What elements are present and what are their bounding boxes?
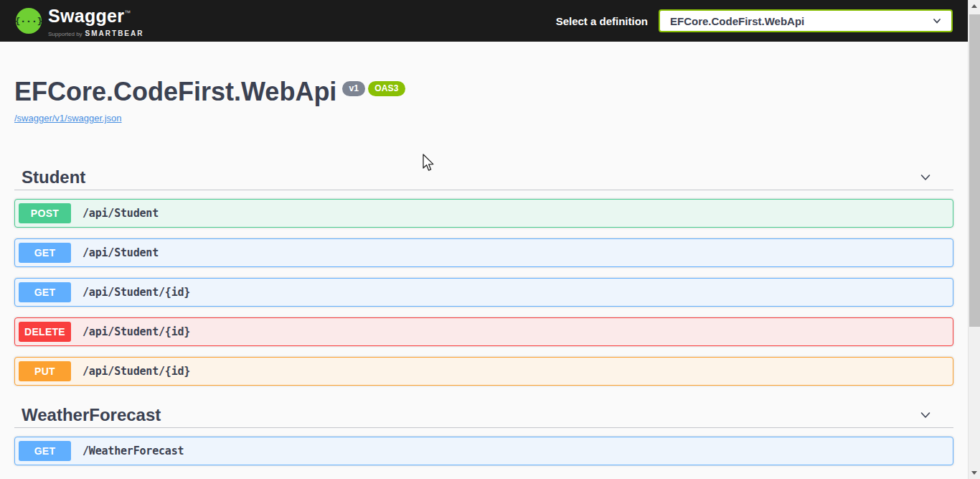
operation-row[interactable]: POST /api/Student	[14, 199, 953, 228]
scroll-down-button[interactable]	[969, 467, 980, 479]
swagger-wordmark: Swagger™	[48, 4, 143, 25]
operation-row[interactable]: GET /api/Student/{id}	[14, 278, 953, 307]
section-header-student[interactable]: Student	[14, 167, 953, 190]
operation-path: /api/Student/{id}	[83, 325, 190, 338]
scrollbar-thumb[interactable]	[969, 14, 980, 327]
method-badge: POST	[19, 203, 71, 223]
method-badge: DELETE	[19, 322, 71, 342]
api-info: EFCore.CodeFirst.WebApiv1OAS3 /swagger/v…	[14, 78, 953, 124]
selected-definition-value: EFCore.CodeFirst.WebApi	[670, 15, 804, 27]
vertical-scrollbar[interactable]	[968, 0, 980, 479]
section-header-weatherforecast[interactable]: WeatherForecast	[14, 405, 953, 428]
oas3-badge: OAS3	[368, 81, 405, 96]
definition-select[interactable]: EFCore.CodeFirst.WebApi	[659, 9, 953, 32]
definition-select-label: Select a definition	[556, 15, 648, 27]
triangle-down-icon	[971, 471, 977, 475]
operation-path: /api/Student	[83, 207, 159, 220]
page-title: EFCore.CodeFirst.WebApiv1OAS3	[14, 78, 953, 106]
method-badge: PUT	[19, 361, 71, 381]
topbar: {···} Swagger™ Supported bySMARTBEAR Sel…	[0, 0, 968, 42]
chevron-down-icon[interactable]	[918, 169, 933, 185]
scroll-up-button[interactable]	[969, 0, 980, 12]
method-badge: GET	[19, 441, 71, 461]
operation-path: /api/Student/{id}	[83, 286, 190, 299]
operation-row[interactable]: GET /api/Student	[14, 238, 953, 267]
method-badge: GET	[19, 282, 71, 302]
chevron-down-icon	[931, 15, 943, 27]
triangle-up-icon	[971, 4, 977, 8]
operation-row[interactable]: DELETE /api/Student/{id}	[14, 317, 953, 346]
operation-row[interactable]: PUT /api/Student/{id}	[14, 357, 953, 386]
svg-text:{···}: {···}	[16, 16, 42, 27]
version-badge: v1	[342, 81, 365, 96]
swagger-logo: {···} Swagger™ Supported bySMARTBEAR	[16, 4, 143, 39]
trademark-symbol: ™	[124, 9, 131, 17]
operation-path: /api/Student/{id}	[83, 365, 190, 378]
main-content: EFCore.CodeFirst.WebApiv1OAS3 /swagger/v…	[0, 42, 968, 476]
chevron-down-icon[interactable]	[918, 407, 933, 423]
method-badge: GET	[19, 243, 71, 263]
swagger-logo-icon: {···}	[16, 8, 42, 34]
smartbear-tagline: Supported bySMARTBEAR	[48, 26, 143, 39]
spec-link[interactable]: /swagger/v1/swagger.json	[14, 113, 122, 124]
operation-row[interactable]: GET /WeatherForecast	[14, 437, 953, 465]
section-title: Student	[22, 167, 85, 187]
operation-path: /api/Student	[83, 246, 159, 259]
operation-path: /WeatherForecast	[83, 445, 184, 457]
section-title: WeatherForecast	[22, 405, 161, 425]
